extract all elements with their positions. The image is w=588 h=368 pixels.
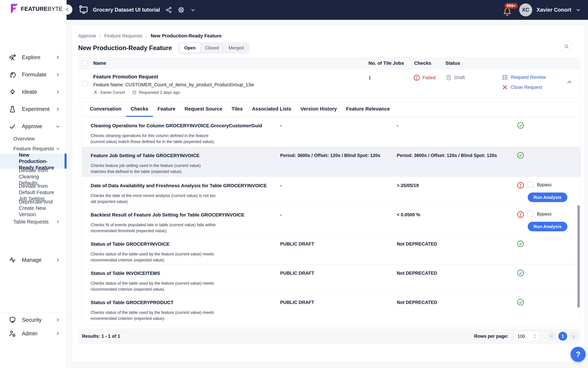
table-row[interactable]: Feature Promotion Request Feature Name: …: [78, 69, 580, 98]
check-expected-value: Not DEPRECATED: [397, 271, 437, 276]
check-row: Backtest Result of Feature Job Setting f…: [82, 206, 581, 235]
vertical-scrollbar[interactable]: [577, 205, 580, 308]
filter-closed[interactable]: Closed: [200, 43, 224, 53]
check-current-value: PUBLIC DRAFT: [280, 241, 314, 247]
checks-status: Failed: [413, 74, 436, 81]
pagination-prev-button[interactable]: [547, 332, 556, 341]
filter-open[interactable]: Open: [179, 43, 200, 53]
app-root: Grocery Dataset UI tutorial 999+: [0, 0, 588, 368]
sidebar-item-explore[interactable]: Explore: [0, 49, 67, 66]
tab-request-source[interactable]: Request Source: [180, 102, 227, 117]
sidebar-item-formulate[interactable]: Formulate: [0, 66, 67, 83]
approve-submenu: Overview Feature Requests New Production…: [0, 134, 67, 227]
sidebar-item-table-requests[interactable]: Table Requests: [0, 217, 67, 227]
tab-feature[interactable]: Feature: [153, 102, 180, 117]
check-title: Feature Job Setting of Table GROCERYINVO…: [91, 153, 200, 158]
check-title: Cleaning Operations for Column GROCERYIN…: [91, 123, 262, 129]
sidebar-item-security[interactable]: Security: [0, 313, 67, 327]
check-pass-icon: [517, 122, 524, 129]
users-icon: [9, 330, 16, 337]
check-title: Status of Table GROCERYINVOICE: [91, 241, 169, 247]
column-header-checks: Checks: [414, 57, 431, 69]
breadcrumb-feature-requests[interactable]: Feature Requests: [104, 33, 143, 39]
help-button[interactable]: ?: [570, 347, 586, 362]
sidebar-item-ideate[interactable]: Ideate: [0, 83, 67, 101]
run-analysis-button[interactable]: Run Analysis: [528, 222, 567, 231]
select-all-checkbox[interactable]: [82, 60, 88, 66]
sidebar-item-approve[interactable]: Approve: [0, 118, 67, 135]
featurebyte-logo: FEATUREBYTE: [0, 0, 66, 14]
page-title: New Production-Ready Feature: [78, 45, 172, 52]
tab-checks[interactable]: Checks: [126, 102, 153, 117]
sidebar-nav-bottom: Security Admin: [0, 313, 67, 340]
tab-tiles[interactable]: Tiles: [227, 102, 247, 117]
share-icon[interactable]: [165, 6, 172, 13]
sidebar-collapse-button[interactable]: [62, 4, 72, 15]
topbar-right-group: 999+ XC Xavier Conort: [502, 3, 588, 17]
sidebar-item-deviate-from-cleaning-defaults[interactable]: Deviate from Cleaning Defaults: [0, 169, 67, 184]
telescope-icon: [9, 54, 16, 61]
breadcrumb-approve[interactable]: Approve: [78, 33, 96, 39]
workspace-dropdown-chevron-icon[interactable]: [190, 7, 196, 13]
sidebar-item-deviate-from-default-feature-job-setting[interactable]: Deviate from Default Feature Job Setting: [0, 184, 67, 200]
pagination-page-1-button[interactable]: 1: [558, 332, 567, 341]
request-detail-panel: Conversation Checks Feature Request Sour…: [82, 102, 581, 326]
check-pass-icon: [517, 152, 524, 159]
check-row: Cleaning Operations for Column GROCERYIN…: [82, 117, 581, 147]
tab-version-history[interactable]: Version History: [296, 102, 341, 117]
pagination-next-button[interactable]: [569, 332, 578, 341]
sidebar-item-manage[interactable]: Manage: [0, 251, 67, 268]
activity-pulse-icon: [9, 256, 16, 264]
column-header-name: Name: [93, 57, 106, 69]
requested-time: Requested 2 days ago: [139, 90, 180, 95]
close-request-link[interactable]: Close Request: [502, 84, 542, 90]
column-header-tile-jobs: No. of Tile Jobs: [368, 57, 404, 69]
state-filter-segmented-control: Open Closed Merged: [178, 42, 249, 54]
check-row: Date of Data Availability and Freshness …: [82, 177, 581, 206]
checklist-icon: [502, 74, 508, 81]
sidebar-item-deprecate-and-create-new-version[interactable]: Deprecate And Create New Version: [0, 200, 67, 216]
rows-per-page-select[interactable]: 100: [513, 331, 540, 341]
request-review-link[interactable]: Request Review: [502, 74, 546, 81]
run-analysis-button[interactable]: Run Analysis: [528, 193, 567, 202]
bypass-checkbox[interactable]: [527, 211, 534, 217]
select-arrows-icon: [533, 334, 540, 339]
pagination: 1: [547, 332, 578, 341]
chevron-right-icon: [56, 220, 60, 224]
checkmark-icon: [9, 122, 16, 130]
filter-merged[interactable]: Merged: [224, 43, 249, 53]
sidebar-item-admin[interactable]: Admin: [0, 327, 67, 340]
sidebar-item-new-production-ready-feature[interactable]: New Production-Ready Feature: [0, 154, 67, 169]
user-menu-chevron-icon[interactable]: [575, 7, 581, 13]
tab-conversation[interactable]: Conversation: [85, 102, 126, 117]
refresh-icon: [132, 90, 137, 95]
tab-feature-relevance[interactable]: Feature Relevance: [341, 102, 394, 117]
bypass-checkbox[interactable]: [527, 182, 534, 188]
tile-jobs-count: 1: [368, 75, 371, 81]
chevron-right-icon: [55, 55, 60, 60]
chevron-right-icon: [55, 107, 60, 111]
check-expected-value: Period: 3600s / Offset: 120s / Blind Spo…: [397, 153, 497, 158]
request-title: Feature Promotion Request: [93, 74, 158, 80]
check-row: Status of Table GROCERYPRODUCT Checks st…: [82, 294, 581, 323]
head-gear-icon: [9, 71, 16, 79]
settings-gear-icon[interactable]: [177, 6, 185, 14]
top-navigation-bar: Grocery Dataset UI tutorial 999+: [67, 0, 588, 20]
check-current-value: -: [280, 123, 282, 128]
check-expected-value: < 0.0500 %: [397, 212, 420, 218]
sidebar-item-experiment[interactable]: Experiment: [0, 101, 67, 118]
search-button[interactable]: [561, 41, 572, 52]
person-icon: [93, 90, 98, 95]
breadcrumb-separator: ›: [99, 33, 101, 39]
chevron-down-icon: [55, 124, 60, 129]
sidebar-item-overview[interactable]: Overview: [0, 134, 67, 144]
chevron-right-icon: [55, 258, 60, 262]
sidebar: FEATUREBYTE Explore Formulate Ideate Exp…: [0, 0, 67, 368]
user-avatar[interactable]: XC: [519, 3, 532, 16]
check-expected-value: Not DEPRECATED: [397, 241, 437, 247]
collapse-row-chevron[interactable]: [566, 79, 572, 85]
notifications-bell[interactable]: 999+: [502, 3, 514, 17]
row-checkbox[interactable]: [82, 81, 88, 87]
bypass-label: Bypass: [537, 182, 552, 187]
tab-associated-lists[interactable]: Associated Lists: [247, 102, 296, 117]
